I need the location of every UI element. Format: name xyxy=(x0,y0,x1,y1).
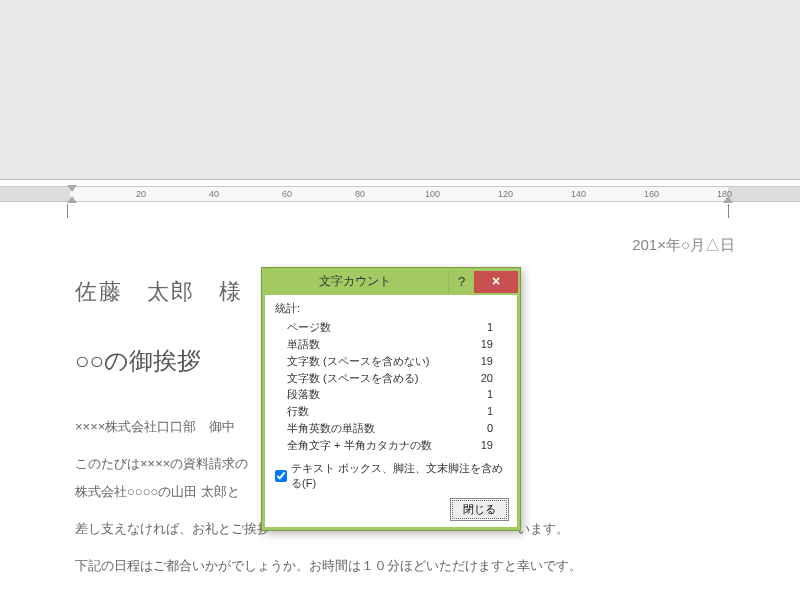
ruler-tick: 60 xyxy=(282,189,292,199)
stat-label: 行数 xyxy=(277,404,472,419)
stat-row: 全角文字 + 半角カタカナの数19 xyxy=(277,438,505,453)
stat-value: 19 xyxy=(474,354,505,369)
close-button[interactable]: 閉じる xyxy=(452,500,507,519)
ruler-tick: 120 xyxy=(498,189,513,199)
stat-label: 単語数 xyxy=(277,337,472,352)
dialog-body: 統計: ページ数1 単語数19 文字数 (スペースを含めない)19 文字数 (ス… xyxy=(262,295,520,530)
ruler-margin-left xyxy=(0,187,70,201)
close-button-x[interactable]: × xyxy=(474,271,518,293)
ruler-tick: 140 xyxy=(571,189,586,199)
stat-label: 半角英数の単語数 xyxy=(277,421,472,436)
horizontal-ruler[interactable]: 20 40 60 80 100 120 140 160 180 xyxy=(0,186,800,202)
stat-row: 半角英数の単語数0 xyxy=(277,421,505,436)
checkbox-label: テキスト ボックス、脚注、文末脚注を含める(F) xyxy=(291,461,507,491)
stat-label: 全角文字 + 半角カタカナの数 xyxy=(277,438,472,453)
stat-value: 20 xyxy=(474,371,505,386)
stat-value: 19 xyxy=(474,337,505,352)
stat-label: ページ数 xyxy=(277,320,472,335)
stat-row: 文字数 (スペースを含めない)19 xyxy=(277,354,505,369)
stat-label: 文字数 (スペースを含める) xyxy=(277,371,472,386)
stat-value: 0 xyxy=(474,421,505,436)
app-chrome-area xyxy=(0,0,800,180)
body-line: 下記の日程はご都合いかがでしょうか。お時間は１０分ほどいただけますと幸いです。 xyxy=(75,552,745,579)
page-corner-mark xyxy=(67,204,68,218)
first-line-indent-marker[interactable] xyxy=(67,185,77,192)
ruler-margin-right xyxy=(728,187,800,201)
include-textboxes-checkbox[interactable]: テキスト ボックス、脚注、文末脚注を含める(F) xyxy=(275,461,507,491)
stat-row: ページ数1 xyxy=(277,320,505,335)
stat-row: 文字数 (スペースを含める)20 xyxy=(277,371,505,386)
word-count-dialog: 文字カウント ? × 統計: ページ数1 単語数19 文字数 (スペースを含めな… xyxy=(261,267,521,531)
checkbox-input[interactable] xyxy=(275,470,287,482)
stat-row: 単語数19 xyxy=(277,337,505,352)
ruler-tick: 20 xyxy=(136,189,146,199)
ruler-tick: 160 xyxy=(644,189,659,199)
page-corner-mark xyxy=(728,204,729,218)
stat-label: 文字数 (スペースを含めない) xyxy=(277,354,472,369)
stat-row: 行数1 xyxy=(277,404,505,419)
stat-label: 段落数 xyxy=(277,387,472,402)
stats-header: 統計: xyxy=(275,301,507,316)
dialog-footer: 閉じる xyxy=(275,499,507,519)
ruler-tick: 100 xyxy=(425,189,440,199)
dialog-title: 文字カウント xyxy=(262,273,448,290)
help-button[interactable]: ? xyxy=(448,271,474,293)
ruler-tick: 80 xyxy=(355,189,365,199)
dialog-titlebar[interactable]: 文字カウント ? × xyxy=(262,268,520,295)
date-text: 201×年○月△日 xyxy=(75,236,745,255)
stat-value: 1 xyxy=(474,320,505,335)
ruler-tick: 40 xyxy=(209,189,219,199)
left-indent-marker[interactable] xyxy=(67,196,77,203)
stat-value: 19 xyxy=(474,438,505,453)
right-indent-marker[interactable] xyxy=(723,196,733,203)
stat-value: 1 xyxy=(474,404,505,419)
stat-value: 1 xyxy=(474,387,505,402)
stat-row: 段落数1 xyxy=(277,387,505,402)
stats-table: ページ数1 単語数19 文字数 (スペースを含めない)19 文字数 (スペースを… xyxy=(275,318,507,455)
